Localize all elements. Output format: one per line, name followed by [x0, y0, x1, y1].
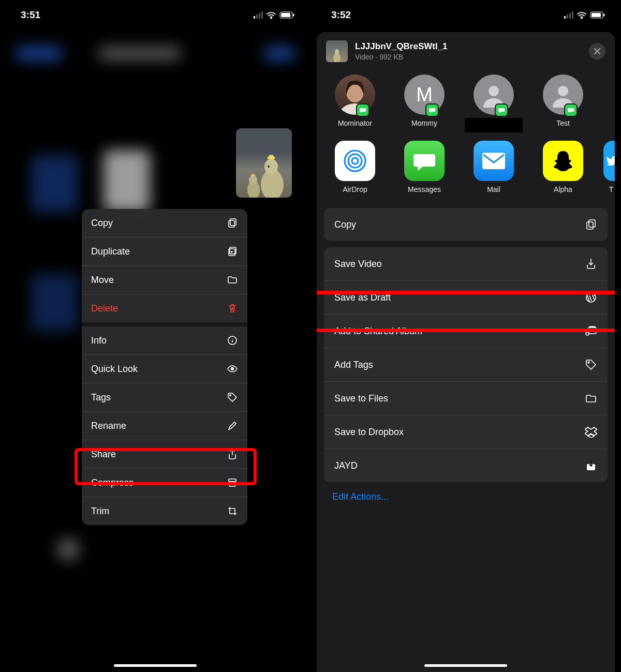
action-add-tags-label: Add Tags: [334, 360, 373, 370]
contact-name: Mominator: [326, 119, 384, 127]
phone-left: 3:51 Copy Dupl: [0, 0, 310, 672]
tag-icon: [227, 392, 238, 403]
share-icon: [227, 449, 238, 460]
menu-trim-label: Trim: [91, 506, 109, 517]
svg-rect-19: [603, 14, 605, 17]
menu-compress[interactable]: Compress: [82, 469, 247, 497]
action-group-copy: Copy: [324, 208, 608, 241]
download-icon: [585, 258, 597, 270]
action-jayd-label: JAYD: [334, 460, 358, 471]
snapchat-icon: [543, 141, 583, 181]
contact-name: Test: [534, 119, 592, 127]
menu-share-label: Share: [91, 449, 116, 460]
messages-badge-icon: [564, 103, 578, 117]
menu-share[interactable]: Share: [82, 440, 247, 469]
menu-trim[interactable]: Trim: [82, 497, 247, 525]
wifi-icon: [266, 11, 276, 19]
status-bar: 3:52: [310, 0, 621, 26]
app-name: Messages: [395, 185, 453, 193]
app-name: Mail: [465, 185, 523, 193]
context-menu: Copy Duplicate Move Delete Info: [82, 209, 247, 525]
action-shared-album[interactable]: Add to Shared Album: [324, 315, 608, 348]
menu-info[interactable]: Info: [82, 326, 247, 355]
messages-badge-icon: [356, 103, 369, 117]
svg-point-7: [249, 175, 257, 185]
action-save-files[interactable]: Save to Files: [324, 382, 608, 415]
contact-test[interactable]: Test: [534, 74, 592, 127]
menu-copy-label: Copy: [91, 218, 113, 229]
crop-icon: [227, 505, 238, 517]
home-indicator[interactable]: [424, 664, 507, 667]
action-save-draft[interactable]: Save as Draft: [324, 281, 608, 315]
battery-icon: [590, 11, 605, 19]
svg-rect-33: [588, 327, 596, 334]
action-jayd[interactable]: JAYD: [324, 449, 608, 482]
edit-actions-link[interactable]: Edit Actions...: [317, 482, 615, 502]
action-shared-album-label: Add to Shared Album: [334, 326, 422, 337]
file-thumbnail[interactable]: [236, 128, 292, 198]
copy-icon: [227, 217, 238, 229]
status-icons: [564, 11, 605, 19]
menu-tags[interactable]: Tags: [82, 383, 247, 412]
action-save-video[interactable]: Save Video: [324, 247, 608, 281]
svg-point-24: [489, 86, 499, 96]
menu-quicklook[interactable]: Quick Look: [82, 355, 247, 383]
action-copy[interactable]: Copy: [324, 208, 608, 241]
apps-row: AirDrop Messages Mail Alpha: [317, 132, 615, 198]
dropbox-icon: [585, 426, 597, 438]
close-button[interactable]: [589, 43, 605, 59]
menu-copy[interactable]: Copy: [82, 209, 247, 237]
svg-point-25: [558, 86, 568, 96]
contact-redacted[interactable]: [465, 74, 523, 127]
app-airdrop[interactable]: AirDrop: [326, 141, 384, 193]
folder-icon: [585, 392, 597, 405]
svg-rect-2: [293, 14, 294, 17]
svg-rect-1: [281, 13, 290, 17]
menu-rename[interactable]: Rename: [82, 412, 247, 440]
svg-point-4: [264, 159, 278, 174]
svg-point-13: [231, 368, 234, 370]
app-twitter-partial[interactable]: T: [603, 141, 615, 193]
svg-rect-31: [587, 222, 593, 229]
svg-rect-18: [592, 13, 601, 17]
svg-rect-9: [229, 220, 234, 227]
status-bar: 3:51: [0, 0, 310, 26]
duplicate-icon: [227, 246, 238, 257]
cellular-icon: [564, 11, 573, 19]
menu-duplicate-label: Duplicate: [91, 246, 130, 257]
shared-album-icon: [585, 325, 597, 337]
copy-icon: [585, 218, 597, 231]
app-name: Alpha: [534, 185, 592, 193]
file-subtitle: Video · 992 KB: [355, 53, 448, 61]
app-messages[interactable]: Messages: [395, 141, 453, 193]
action-add-tags[interactable]: Add Tags: [324, 348, 608, 382]
twitter-icon: [603, 141, 615, 181]
messages-badge-icon: [495, 103, 508, 117]
messages-badge-icon: [425, 103, 439, 117]
wifi-icon: [576, 11, 587, 19]
home-indicator[interactable]: [114, 664, 197, 667]
jayd-download-icon: [585, 459, 597, 472]
battery-icon: [279, 11, 295, 19]
menu-delete[interactable]: Delete: [82, 294, 247, 326]
contact-mommy[interactable]: M Mommy: [395, 74, 453, 127]
action-dropbox[interactable]: Save to Dropbox: [324, 415, 608, 449]
svg-rect-30: [589, 220, 595, 227]
app-name: T: [603, 185, 615, 193]
action-save-files-label: Save to Files: [334, 393, 388, 404]
menu-tags-label: Tags: [91, 392, 111, 403]
app-alpha[interactable]: Alpha: [534, 141, 592, 193]
phone-right: 3:52 LJJJbnV_QBreSWtl_1 Video · 992 KB: [310, 0, 621, 672]
app-name: AirDrop: [326, 185, 384, 193]
contact-mominator[interactable]: Mominator: [326, 74, 384, 127]
share-sheet: LJJJbnV_QBreSWtl_1 Video · 992 KB Momina…: [317, 32, 615, 672]
app-mail[interactable]: Mail: [465, 141, 523, 193]
cellular-icon: [254, 11, 263, 19]
menu-duplicate[interactable]: Duplicate: [82, 237, 247, 266]
contacts-row: Mominator M Mommy Test: [317, 71, 615, 132]
menu-rename-label: Rename: [91, 421, 126, 431]
sheet-thumbnail[interactable]: [326, 40, 348, 62]
mail-icon: [474, 141, 514, 181]
menu-move[interactable]: Move: [82, 266, 247, 294]
file-name: LJJJbnV_QBreSWtl_1: [355, 41, 448, 52]
